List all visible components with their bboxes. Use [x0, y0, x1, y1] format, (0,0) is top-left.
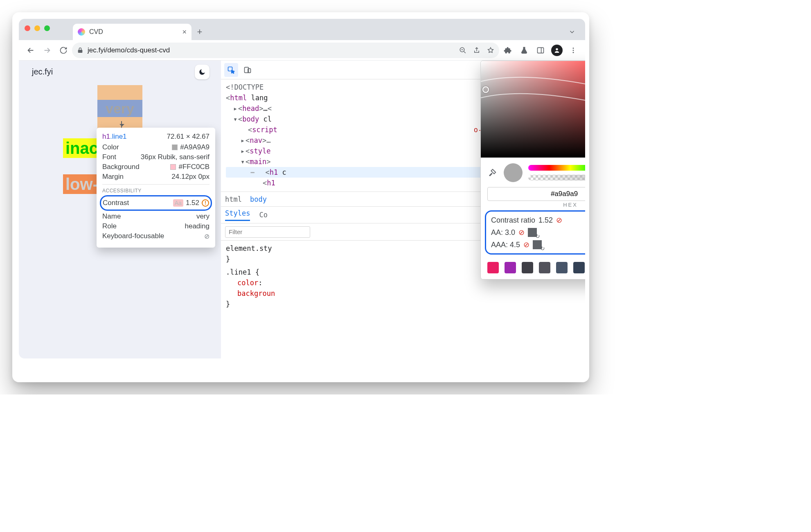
labs-icon[interactable]	[516, 43, 532, 58]
fail-icon: ⊘	[556, 216, 562, 225]
side-panel-icon[interactable]	[533, 43, 548, 58]
accessibility-section-label: ACCESSIBILITY	[102, 184, 210, 194]
contrast-ratio-panel: Contrast ratio 1.52 ⊘ AA: 3.0 ⊘ AAA: 4.5…	[485, 210, 585, 255]
close-window-button[interactable]	[25, 25, 30, 31]
saturation-value-field[interactable]	[481, 61, 585, 158]
label-focusable: Keyboard-focusable	[102, 232, 164, 240]
tabs-dropdown-button[interactable]	[564, 24, 580, 40]
label-background: Background	[102, 163, 140, 171]
value-role: heading	[185, 222, 210, 230]
styles-filter-input[interactable]	[225, 226, 310, 238]
address-bar[interactable]: jec.fyi/demo/cds-quest-cvd	[72, 43, 499, 58]
favicon	[78, 28, 85, 36]
fail-icon: ⊘	[518, 228, 525, 237]
label-font: Font	[102, 153, 116, 161]
fail-icon: ⊘	[523, 240, 529, 249]
bookmark-star-icon[interactable]	[487, 47, 494, 54]
browser-toolbar: jec.fyi/demo/cds-quest-cvd	[19, 40, 585, 61]
hex-input[interactable]	[487, 187, 585, 201]
label-role: Role	[102, 222, 117, 230]
close-tab-button[interactable]: ×	[182, 28, 187, 36]
alpha-slider[interactable]	[528, 175, 585, 180]
word-low: low-	[63, 174, 101, 194]
lock-icon[interactable]	[77, 47, 83, 54]
sv-marker[interactable]	[482, 86, 489, 93]
extensions-icon[interactable]	[500, 43, 516, 58]
palette-swatch[interactable]	[505, 262, 516, 273]
label-margin: Margin	[102, 173, 124, 181]
palette-swatch[interactable]	[522, 262, 533, 273]
contrast-curve	[481, 73, 585, 122]
breadcrumb-html[interactable]: html	[225, 195, 242, 203]
palette-swatch[interactable]	[539, 262, 550, 273]
contrast-value: 1.52	[538, 216, 553, 225]
color-swatch-icon	[172, 144, 178, 150]
contrast-title: Contrast ratio	[491, 216, 535, 225]
inspect-element-button[interactable]	[224, 63, 238, 77]
tooltip-highlight-contrast: ContrastAa1.52!	[100, 195, 212, 211]
fix-aa-button[interactable]	[528, 228, 537, 237]
tab-strip: CVD × +	[19, 19, 585, 40]
svg-point-5	[573, 52, 574, 53]
minimize-window-button[interactable]	[34, 25, 40, 31]
url-text: jec.fyi/demo/cds-quest-cvd	[88, 46, 170, 54]
profile-avatar[interactable]	[549, 43, 565, 58]
svg-point-3	[573, 47, 574, 49]
current-color-swatch	[504, 163, 523, 182]
value-contrast: 1.52	[186, 199, 199, 207]
value-background: #FFC0CB	[178, 163, 210, 171]
reload-button[interactable]	[56, 43, 71, 58]
breadcrumb-body[interactable]: body	[250, 195, 267, 203]
value-font: 36px Rubik, sans-serif	[141, 153, 210, 161]
fix-aaa-button[interactable]	[533, 240, 542, 249]
palette-swatch[interactable]	[573, 262, 585, 273]
warning-icon: !	[202, 199, 209, 207]
dom-doctype: <!DOCTYPE	[226, 83, 264, 91]
word-very: very	[97, 100, 142, 117]
svg-rect-1	[538, 47, 544, 53]
label-contrast: Contrast	[103, 199, 129, 207]
rendered-page: jec.fyi very inac low- h1.line1 72.61 × …	[19, 61, 221, 358]
share-icon[interactable]	[473, 47, 480, 54]
traffic-lights	[25, 25, 50, 31]
new-tab-button[interactable]: +	[191, 24, 208, 40]
line-actions-icon[interactable]: ⋯	[248, 167, 257, 178]
tab-title: CVD	[89, 28, 103, 36]
color-swatch-icon	[170, 164, 176, 170]
zoom-icon[interactable]	[459, 47, 466, 54]
browser-tab[interactable]: CVD ×	[73, 24, 191, 40]
tooltip-dimensions: 72.61 × 42.67	[167, 133, 210, 141]
tab-styles[interactable]: Styles	[225, 209, 250, 221]
hex-label: HEX	[481, 202, 585, 208]
rule-line1-selector: .line1 {	[226, 268, 259, 276]
label-name: Name	[102, 212, 121, 221]
aa-sample-icon: Aa	[173, 199, 183, 207]
palette-swatch[interactable]	[487, 262, 499, 273]
palette-swatches: ▲▼	[481, 259, 585, 279]
value-color: #A9A9A9	[180, 143, 210, 151]
svg-point-2	[556, 48, 558, 50]
color-picker: ▲▼ HEX Contrast ratio 1.52 ⊘ AA: 3.0 ⊘ A…	[480, 61, 585, 280]
value-name: very	[196, 212, 210, 221]
aaa-label: AAA: 4.5	[491, 241, 520, 249]
browser-menu-button[interactable]	[565, 43, 581, 58]
eyedropper-button[interactable]	[487, 167, 498, 178]
not-focusable-icon: ⊘	[204, 232, 210, 240]
back-button[interactable]	[23, 43, 38, 58]
forward-button[interactable]	[39, 43, 55, 58]
page-title: jec.fyi	[32, 67, 53, 77]
palette-swatch[interactable]	[556, 262, 568, 273]
tab-computed-trunc[interactable]: Co	[259, 211, 267, 219]
element-info-tooltip: h1.line1 72.61 × 42.67 Color#A9A9A9 Font…	[97, 128, 215, 248]
browser-window: CVD × + jec.fyi/demo/cds-quest-cvd	[19, 19, 585, 358]
devtools-panel: <!DOCTYPE <html lang ▸<head>…< ▾<body cl…	[221, 61, 585, 358]
aa-label: AA: 3.0	[491, 228, 515, 237]
label-color: Color	[102, 143, 119, 151]
hue-slider[interactable]	[528, 165, 585, 171]
rule-element-style: element.sty	[226, 244, 272, 252]
maximize-window-button[interactable]	[44, 25, 50, 31]
word-inaccessible: inac	[63, 138, 101, 158]
tooltip-selector: h1.line1	[102, 133, 127, 141]
dark-mode-toggle[interactable]	[195, 65, 210, 79]
device-toggle-button[interactable]	[241, 63, 255, 77]
